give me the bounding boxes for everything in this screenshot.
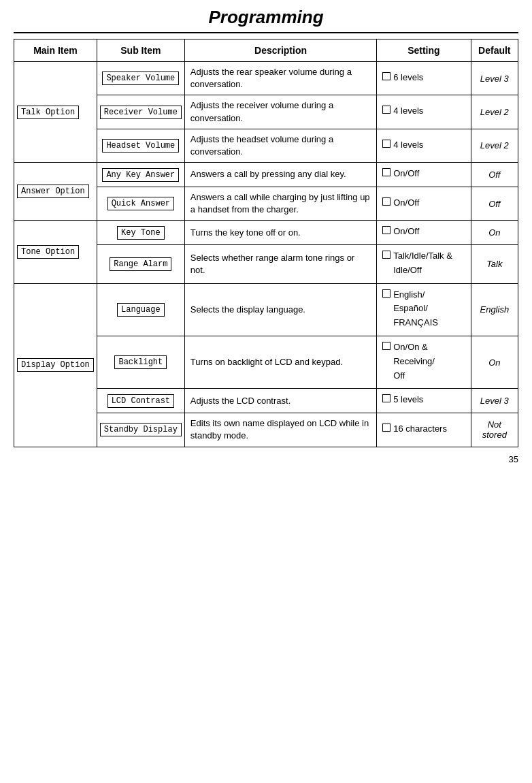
- sub-item-standby: Standby Display: [97, 413, 184, 447]
- setting-anykey: On/Off: [377, 163, 471, 187]
- default-speaker: Level 3: [471, 62, 518, 95]
- programming-table: Main Item Sub Item Description Setting D…: [14, 39, 518, 447]
- default-receiver: Level 2: [471, 95, 518, 129]
- sub-item-lcd: LCD Contrast: [97, 389, 184, 413]
- col-header-desc: Description: [184, 39, 376, 62]
- checkbox-icon: [382, 251, 390, 259]
- page-title: Programming: [14, 7, 518, 33]
- sub-item-label: Range Alarm: [110, 257, 171, 271]
- table-row: Answer Option Any Key Answer Answers a c…: [14, 163, 518, 187]
- sub-item-label: Backlight: [114, 355, 167, 369]
- setting-language: English/Español/FRANÇAIS: [377, 283, 471, 336]
- page-number: 35: [14, 454, 518, 464]
- desc-language: Selects the display language.: [184, 283, 376, 336]
- sub-item-label: Any Key Answer: [102, 168, 179, 182]
- table-row: Talk Option Speaker Volume Adjusts the r…: [14, 62, 518, 95]
- setting-quick: On/Off: [377, 187, 471, 220]
- checkbox-icon: [382, 226, 390, 234]
- checkbox-icon: [382, 394, 390, 402]
- default-quick: Off: [471, 187, 518, 220]
- setting-text: English/Español/FRANÇAIS: [393, 288, 438, 330]
- default-language: English: [471, 283, 518, 336]
- sub-item-anykey: Any Key Answer: [97, 163, 184, 187]
- setting-text: On/Off: [393, 225, 419, 239]
- setting-alarm: Talk/Idle/Talk & Idle/Off: [377, 245, 471, 284]
- table-row: Display Option Language Selects the disp…: [14, 283, 518, 336]
- desc-lcd: Adjusts the LCD contrast.: [184, 389, 376, 413]
- checkbox-icon: [382, 140, 390, 148]
- default-alarm: Talk: [471, 245, 518, 284]
- desc-speaker: Adjusts the rear speaker volume during a…: [184, 62, 376, 95]
- default-backlight: On: [471, 336, 518, 389]
- default-anykey: Off: [471, 163, 518, 187]
- table-row: Tone Option Key Tone Turns the key tone …: [14, 221, 518, 245]
- setting-text: Talk/Idle/Talk & Idle/Off: [393, 249, 465, 278]
- setting-keytone: On/Off: [377, 221, 471, 245]
- col-header-default: Default: [471, 39, 518, 62]
- desc-anykey: Answers a call by pressing any dial key.: [184, 163, 376, 187]
- default-headset: Level 2: [471, 129, 518, 162]
- sub-item-headset: Headset Volume: [97, 129, 184, 162]
- setting-text: 16 characters: [393, 422, 447, 436]
- setting-standby: 16 characters: [377, 413, 471, 447]
- sub-item-label: Key Tone: [117, 226, 165, 240]
- setting-text: On/Off: [393, 196, 419, 210]
- sub-item-receiver: Receiver Volume: [97, 95, 184, 129]
- setting-headset: 4 levels: [377, 129, 471, 162]
- setting-text: 6 levels: [393, 71, 423, 85]
- sub-item-label: LCD Contrast: [107, 394, 174, 408]
- sub-item-quick: Quick Answer: [97, 187, 184, 220]
- desc-backlight: Turns on backlight of LCD and keypad.: [184, 336, 376, 389]
- default-keytone: On: [471, 221, 518, 245]
- setting-receiver: 4 levels: [377, 95, 471, 129]
- checkbox-icon: [382, 197, 390, 206]
- setting-text: 4 levels: [393, 104, 423, 118]
- setting-speaker: 6 levels: [377, 62, 471, 95]
- checkbox-icon: [382, 424, 390, 432]
- desc-alarm: Selects whether range alarm tone rings o…: [184, 245, 376, 284]
- main-item-label: Talk Option: [17, 106, 79, 119]
- sub-item-backlight: Backlight: [97, 336, 184, 389]
- setting-text: 5 levels: [393, 393, 423, 407]
- col-header-main: Main Item: [14, 39, 97, 62]
- checkbox-icon: [382, 106, 390, 114]
- main-item-label: Display Option: [17, 358, 94, 372]
- setting-backlight: On/On &Receiving/Off: [377, 336, 471, 389]
- default-standby: Not stored: [471, 413, 518, 447]
- sub-item-label: Headset Volume: [102, 139, 179, 153]
- checkbox-icon: [382, 342, 390, 350]
- sub-item-label: Standby Display: [100, 423, 182, 436]
- main-item-answer: Answer Option: [14, 163, 97, 221]
- sub-item-label: Speaker Volume: [102, 71, 179, 85]
- setting-text: 4 levels: [393, 138, 423, 153]
- desc-standby: Edits its own name displayed on LCD whil…: [184, 413, 376, 447]
- main-item-talk: Talk Option: [14, 62, 97, 163]
- checkbox-icon: [382, 168, 390, 176]
- sub-item-speaker: Speaker Volume: [97, 62, 184, 95]
- sub-item-label: Quick Answer: [107, 197, 174, 210]
- setting-text: On/Off: [393, 167, 419, 181]
- sub-item-alarm: Range Alarm: [97, 245, 184, 284]
- sub-item-label: Receiver Volume: [100, 106, 182, 119]
- desc-keytone: Turns the key tone off or on.: [184, 221, 376, 245]
- sub-item-language: Language: [97, 283, 184, 336]
- main-item-label: Tone Option: [17, 245, 79, 259]
- main-item-display: Display Option: [14, 283, 97, 447]
- setting-lcd: 5 levels: [377, 389, 471, 413]
- desc-headset: Adjusts the headset volume during a conv…: [184, 129, 376, 162]
- main-item-label: Answer Option: [17, 185, 89, 198]
- col-header-setting: Setting: [377, 39, 471, 62]
- sub-item-keytone: Key Tone: [97, 221, 184, 245]
- col-header-sub: Sub Item: [97, 39, 184, 62]
- checkbox-icon: [382, 289, 390, 298]
- desc-quick: Answers a call while charging by just li…: [184, 187, 376, 220]
- desc-receiver: Adjusts the receiver volume during a con…: [184, 95, 376, 129]
- main-item-tone: Tone Option: [14, 221, 97, 283]
- sub-item-label: Language: [117, 303, 165, 317]
- checkbox-icon: [382, 72, 390, 80]
- setting-text: On/On &Receiving/Off: [393, 340, 435, 383]
- default-lcd: Level 3: [471, 389, 518, 413]
